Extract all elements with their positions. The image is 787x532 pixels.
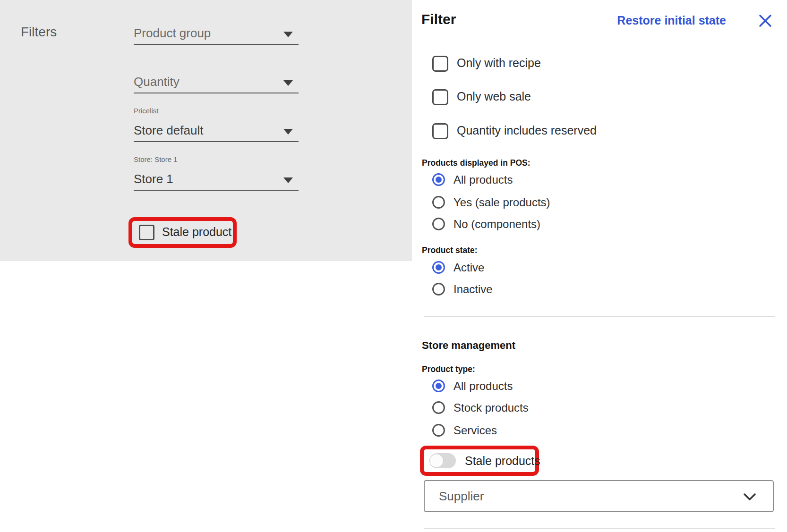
- pos-yes-sale-products-label[interactable]: Yes (sale products): [453, 196, 550, 209]
- field-underline: [134, 93, 299, 93]
- state-inactive-radio[interactable]: [432, 283, 445, 296]
- state-active-label[interactable]: Active: [453, 261, 484, 274]
- pos-all-products-radio[interactable]: [432, 173, 445, 186]
- only-web-sale-checkbox[interactable]: [432, 89, 448, 105]
- store-management-heading: Store management: [422, 339, 515, 352]
- dropdown-arrow-icon: [283, 32, 293, 37]
- quantity-placeholder: Quantity: [134, 75, 180, 89]
- quantity-includes-reserved-label[interactable]: Quantity includes reserved: [457, 123, 597, 137]
- chevron-down-icon: [744, 493, 756, 503]
- field-underline: [134, 44, 299, 45]
- type-stock-products-radio[interactable]: [432, 401, 445, 414]
- product-group-dropdown[interactable]: Product group: [134, 26, 299, 45]
- field-underline: [134, 190, 299, 191]
- pricelist-value: Store default: [134, 123, 203, 138]
- pricelist-label: Pricelist: [134, 107, 159, 115]
- supplier-select[interactable]: Supplier: [424, 480, 774, 512]
- filter-dialog-title: Filter: [421, 11, 456, 27]
- state-inactive-label[interactable]: Inactive: [453, 283, 493, 296]
- pos-group-label: Products displayed in POS:: [422, 158, 530, 168]
- section-divider: [424, 316, 775, 317]
- type-services-label[interactable]: Services: [453, 424, 497, 437]
- restore-initial-state-link[interactable]: Restore initial state: [617, 14, 726, 27]
- filters-panel: Filters Product group Quantity Pricelist…: [0, 0, 412, 261]
- quantity-includes-reserved-checkbox[interactable]: [432, 123, 448, 139]
- stale-product-checkbox-label[interactable]: Stale product: [162, 225, 231, 239]
- only-with-recipe-checkbox[interactable]: [432, 56, 448, 72]
- toggle-knob: [429, 454, 444, 468]
- pos-yes-sale-products-radio[interactable]: [432, 196, 445, 209]
- store-dropdown[interactable]: Store 1: [134, 172, 299, 191]
- dropdown-arrow-icon: [283, 129, 293, 135]
- filters-panel-title: Filters: [21, 25, 57, 40]
- close-icon[interactable]: [759, 14, 772, 27]
- stale-product-checkbox[interactable]: [139, 225, 154, 240]
- state-active-radio[interactable]: [432, 261, 445, 274]
- only-with-recipe-label[interactable]: Only with recipe: [457, 56, 541, 70]
- product-group-placeholder: Product group: [134, 26, 211, 41]
- type-services-radio[interactable]: [432, 424, 445, 437]
- field-underline: [134, 141, 299, 142]
- stale-products-toggle[interactable]: [429, 453, 456, 468]
- type-all-products-label[interactable]: All products: [453, 380, 513, 393]
- type-stock-products-label[interactable]: Stock products: [453, 401, 529, 414]
- pos-no-components-radio[interactable]: [432, 218, 445, 230]
- only-web-sale-label[interactable]: Only web sale: [457, 89, 531, 103]
- type-all-products-radio[interactable]: [432, 380, 445, 392]
- dropdown-arrow-icon: [283, 177, 293, 183]
- dropdown-arrow-icon: [283, 80, 293, 86]
- product-type-label: Product type:: [422, 364, 475, 374]
- stale-products-toggle-label[interactable]: Stale products: [465, 454, 540, 468]
- pos-all-products-label[interactable]: All products: [453, 173, 513, 186]
- filter-dialog: Filter Restore initial state Only with r…: [412, 0, 787, 532]
- supplier-placeholder: Supplier: [439, 489, 484, 504]
- pricelist-dropdown[interactable]: Store default: [134, 123, 299, 142]
- pos-no-components-label[interactable]: No (components): [453, 218, 540, 231]
- quantity-dropdown[interactable]: Quantity: [134, 75, 299, 93]
- product-state-label: Product state:: [422, 245, 478, 255]
- bottom-divider: [424, 528, 775, 529]
- store-label: Store: Store 1: [134, 155, 178, 163]
- store-value: Store 1: [134, 172, 173, 186]
